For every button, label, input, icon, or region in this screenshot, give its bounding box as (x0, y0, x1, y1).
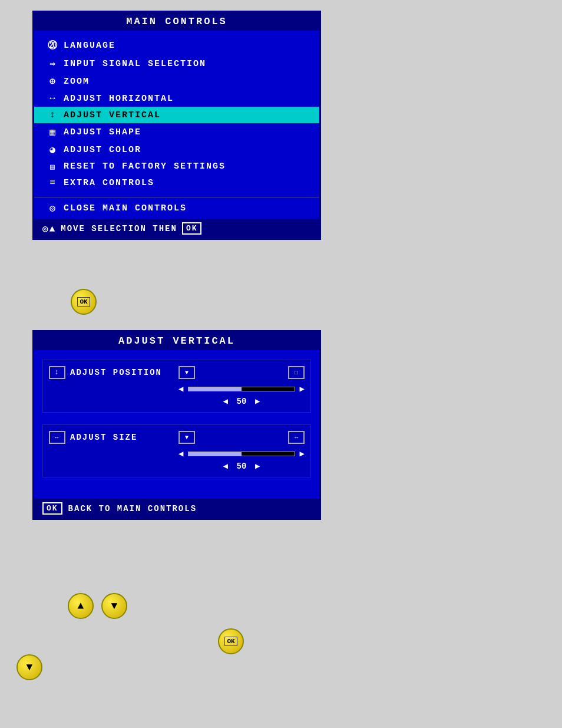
menu-item-adjust-color[interactable]: ◕ ADJUST COLOR (34, 141, 319, 159)
adjust-position-label: ADJUST POSITION (70, 368, 162, 377)
ok-button-bottom[interactable]: OK (218, 628, 244, 654)
nav-down-button-2[interactable]: ▼ (16, 654, 42, 680)
reset-factory-label: RESET TO FACTORY SETTINGS (64, 162, 311, 172)
position-increase-button[interactable]: ▶ (300, 384, 305, 394)
main-controls-footer: ◎▲ MOVE SELECTION THEN OK (34, 219, 319, 238)
adjust-size-label: ADJUST SIZE (70, 433, 137, 442)
adjust-position-label-group: ↕ ADJUST POSITION (49, 366, 178, 379)
position-icon-right: □ (288, 366, 305, 379)
position-value: 50 (233, 397, 250, 406)
adjust-vertical-panel: ADJUST VERTICAL ↕ ADJUST POSITION ▼ □ ◀ (32, 330, 321, 520)
back-ok-icon: OK (42, 502, 62, 515)
input-signal-label: INPUT SIGNAL SELECTION (64, 59, 311, 69)
nav-down-icon-2: ▼ (27, 661, 33, 673)
language-label: LANGUAGE (64, 41, 311, 51)
adjust-shape-icon: ▦ (42, 126, 64, 138)
position-icon-left: ▼ (178, 366, 195, 379)
menu-item-input-signal[interactable]: ⇒ INPUT SIGNAL SELECTION (34, 55, 319, 73)
size-right-arrow[interactable]: ▶ (255, 461, 260, 471)
adjust-horizontal-icon: ↔ (42, 93, 64, 104)
ok-button-main[interactable]: OK (71, 289, 97, 315)
ok-icon-main: OK (77, 297, 90, 307)
footer-nav-icons: ◎▲ (42, 223, 56, 235)
size-slider-track[interactable] (188, 452, 295, 456)
zoom-icon: ⊕ (42, 75, 64, 87)
nav-down-icon: ▼ (111, 600, 118, 612)
adjust-size-label-group: ↔ ADJUST SIZE (49, 431, 178, 444)
size-left-arrow[interactable]: ◀ (223, 461, 228, 471)
adjust-size-row: ↔ ADJUST SIZE ▼ ↔ ◀ ▶ ◀ 50 (42, 424, 311, 477)
adjust-position-controls: ▼ □ ◀ ▶ ◀ 50 ▶ (178, 366, 305, 406)
menu-item-adjust-vertical[interactable]: ↕ ADJUST VERTICAL (34, 107, 319, 123)
footer-text: MOVE SELECTION THEN (61, 224, 177, 233)
menu-item-adjust-horizontal[interactable]: ↔ ADJUST HORIZONTAL (34, 90, 319, 107)
ok-icon-bottom: OK (224, 637, 237, 646)
position-left-arrow[interactable]: ◀ (223, 396, 228, 406)
position-slider-row: ◀ ▶ (178, 384, 305, 394)
adjust-vertical-icon: ↕ (42, 110, 64, 120)
input-signal-icon: ⇒ (42, 58, 64, 70)
size-icon-left: ▼ (178, 431, 195, 444)
language-icon: ⑳ (42, 39, 64, 52)
nav-up-icon: ▲ (78, 600, 84, 612)
zoom-label: ZOOM (64, 77, 311, 87)
adjust-size-icon: ↔ (49, 431, 65, 444)
adjust-shape-label: ADJUST SHAPE (64, 127, 311, 137)
extra-controls-icon: ≡ (42, 177, 64, 188)
nav-down-button[interactable]: ▼ (101, 593, 127, 619)
main-controls-panel: MAIN CONTROLS ⑳ LANGUAGE ⇒ INPUT SIGNAL … (32, 11, 321, 240)
nav-up-button[interactable]: ▲ (68, 593, 94, 619)
close-icon: ◎ (42, 202, 64, 214)
size-slider-row: ◀ ▶ (178, 449, 305, 459)
menu-item-language[interactable]: ⑳ LANGUAGE (34, 37, 319, 55)
main-menu-list: ⑳ LANGUAGE ⇒ INPUT SIGNAL SELECTION ⊕ ZO… (34, 31, 319, 197)
menu-item-reset-factory[interactable]: ▤ RESET TO FACTORY SETTINGS (34, 159, 319, 174)
position-value-row: ◀ 50 ▶ (223, 396, 260, 406)
position-icons-row: ▼ □ (178, 366, 305, 379)
menu-item-zoom[interactable]: ⊕ ZOOM (34, 73, 319, 90)
footer-ok-icon: OK (182, 222, 202, 235)
position-slider-track[interactable] (188, 387, 295, 391)
adjust-position-icon: ↕ (49, 366, 65, 379)
position-right-arrow[interactable]: ▶ (255, 396, 260, 406)
size-value: 50 (233, 462, 250, 471)
size-increase-button[interactable]: ▶ (300, 449, 305, 459)
size-value-row: ◀ 50 ▶ (223, 461, 260, 471)
adjust-color-icon: ◕ (42, 144, 64, 156)
position-slider-fill (189, 387, 242, 391)
adjust-size-controls: ▼ ↔ ◀ ▶ ◀ 50 ▶ (178, 431, 305, 471)
adjust-color-label: ADJUST COLOR (64, 145, 311, 155)
extra-controls-label: EXTRA CONTROLS (64, 178, 311, 188)
adjust-position-row: ↕ ADJUST POSITION ▼ □ ◀ ▶ ◀ (42, 360, 311, 413)
back-to-main-controls-button[interactable]: OK BACK TO MAIN CONTROLS (34, 499, 319, 518)
back-label: BACK TO MAIN CONTROLS (68, 504, 197, 513)
size-icons-row: ▼ ↔ (178, 431, 305, 444)
close-main-controls-label: CLOSE MAIN CONTROLS (64, 203, 187, 213)
adjust-horizontal-label: ADJUST HORIZONTAL (64, 94, 311, 104)
position-decrease-button[interactable]: ◀ (178, 384, 183, 394)
size-slider-fill (189, 452, 242, 456)
av-content: ↕ ADJUST POSITION ▼ □ ◀ ▶ ◀ (34, 350, 319, 499)
main-controls-title: MAIN CONTROLS (34, 12, 319, 31)
close-main-controls-button[interactable]: ◎ CLOSE MAIN CONTROLS (34, 197, 319, 219)
size-decrease-button[interactable]: ◀ (178, 449, 183, 459)
size-icon-right: ↔ (288, 431, 305, 444)
reset-factory-icon: ▤ (42, 162, 64, 172)
menu-item-extra-controls[interactable]: ≡ EXTRA CONTROLS (34, 174, 319, 191)
adjust-vertical-title: ADJUST VERTICAL (34, 332, 319, 350)
menu-item-adjust-shape[interactable]: ▦ ADJUST SHAPE (34, 123, 319, 141)
adjust-vertical-label: ADJUST VERTICAL (64, 110, 311, 120)
